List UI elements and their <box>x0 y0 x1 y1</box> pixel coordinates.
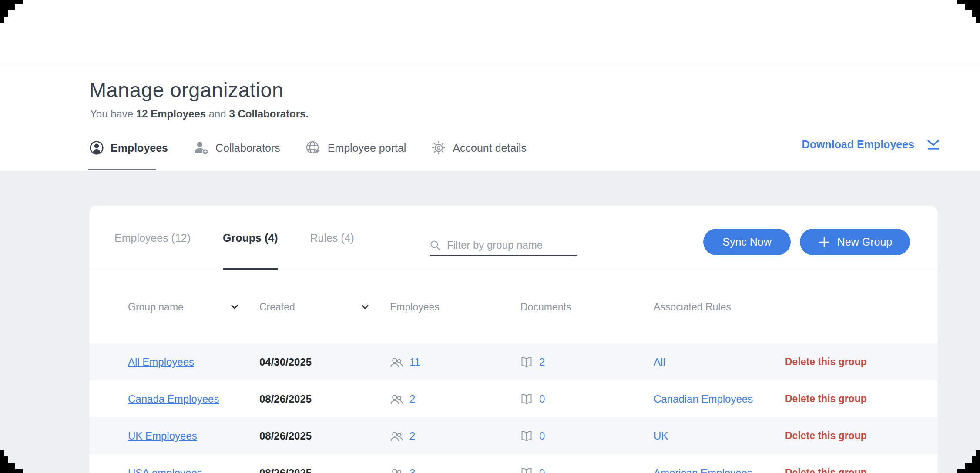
table-row: USA employees 08/26/2025 3 0 American Em… <box>89 454 938 473</box>
delete-group-button[interactable]: Delete this group <box>785 467 938 473</box>
collaborators-icon <box>193 140 209 155</box>
sync-now-label: Sync Now <box>722 236 772 248</box>
associated-rule-link[interactable]: All <box>654 356 785 368</box>
users-icon <box>390 467 403 473</box>
nav-tab-label: Employee portal <box>328 142 406 154</box>
delete-group-button[interactable]: Delete this group <box>785 430 938 442</box>
top-divider <box>0 63 980 63</box>
corner-mask-top-left <box>0 0 23 23</box>
collaborators-count: 3 Collaborators. <box>229 108 309 120</box>
globe-portal-icon <box>305 140 321 155</box>
column-group-name: Group name <box>128 301 259 313</box>
employees-cell: 2 <box>390 430 520 442</box>
subtitle-mid: and <box>209 108 226 120</box>
gear-icon <box>431 140 446 155</box>
created-cell: 04/30/2025 <box>259 356 390 368</box>
nav-tab-employee-portal[interactable]: Employee portal <box>305 140 406 155</box>
nav-tab-label: Account details <box>453 142 527 154</box>
group-name-cell: USA employees <box>128 467 259 473</box>
employee-count-link[interactable]: 2 <box>409 393 415 405</box>
group-link[interactable]: All Employees <box>128 356 194 368</box>
card-tabs: Employees (12) Groups (4) Rules (4) <box>114 206 354 270</box>
document-count-link[interactable]: 0 <box>539 430 545 442</box>
column-associated-rules: Associated Rules <box>654 301 785 313</box>
page-title: Manage organization <box>89 78 284 102</box>
group-link[interactable]: USA employees <box>128 467 202 473</box>
book-icon <box>520 430 533 442</box>
page-subtitle: You have 12 Employees and 3 Collaborator… <box>90 108 309 120</box>
nav-tab-label: Collaborators <box>215 142 280 154</box>
documents-cell: 2 <box>520 356 654 368</box>
nav-tab-label: Employees <box>111 142 168 154</box>
nav-tab-collaborators[interactable]: Collaborators <box>193 140 280 155</box>
users-icon <box>390 430 403 442</box>
delete-group-button[interactable]: Delete this group <box>785 393 938 405</box>
created-cell: 08/26/2025 <box>259 393 390 405</box>
tab-employees-list[interactable]: Employees (12) <box>114 206 191 270</box>
document-count-link[interactable]: 0 <box>539 467 545 473</box>
corner-mask-top-right <box>957 0 980 23</box>
associated-rule-link[interactable]: Canadian Employees <box>654 393 785 405</box>
column-created: Created <box>259 301 390 313</box>
group-link[interactable]: UK Employees <box>128 430 197 442</box>
group-filter <box>430 235 577 256</box>
groups-card: Employees (12) Groups (4) Rules (4) Sync… <box>89 206 938 473</box>
tab-label: Groups (4) <box>223 232 278 244</box>
column-documents: Documents <box>520 301 654 313</box>
column-employees: Employees <box>390 301 520 313</box>
associated-rule-link[interactable]: American Employees <box>654 467 785 473</box>
employees-count: 12 Employees <box>136 108 206 120</box>
card-header: Employees (12) Groups (4) Rules (4) Sync… <box>89 206 938 270</box>
table-row: UK Employees 08/26/2025 2 0 UK Delete th… <box>89 417 938 454</box>
new-group-button[interactable]: New Group <box>800 229 910 255</box>
download-employees-button[interactable]: Download Employees <box>802 138 940 151</box>
nav-tab-employees[interactable]: Employees <box>89 140 168 155</box>
employees-icon <box>89 140 104 155</box>
users-icon <box>390 356 403 368</box>
table-row: Canada Employees 08/26/2025 2 0 Canadian… <box>89 380 938 417</box>
employee-count-link[interactable]: 2 <box>409 430 415 442</box>
group-name-cell: UK Employees <box>128 430 259 442</box>
tab-label: Employees (12) <box>114 232 191 244</box>
column-label: Created <box>259 301 295 313</box>
subtitle-prefix: You have <box>90 108 133 120</box>
active-tab-underline <box>88 169 156 170</box>
employees-cell: 11 <box>390 356 520 368</box>
new-group-label: New Group <box>837 236 892 248</box>
download-label: Download Employees <box>802 138 914 151</box>
tab-groups[interactable]: Groups (4) <box>223 206 278 270</box>
book-icon <box>520 356 533 368</box>
associated-rule-link[interactable]: UK <box>654 430 785 442</box>
download-icon <box>926 139 940 150</box>
sync-now-button[interactable]: Sync Now <box>703 229 791 255</box>
column-label: Group name <box>128 301 184 313</box>
tab-label: Rules (4) <box>310 232 354 244</box>
created-cell: 08/26/2025 <box>259 467 390 473</box>
filter-by-group-name-input[interactable] <box>446 239 577 252</box>
employee-count-link[interactable]: 11 <box>409 356 420 368</box>
book-icon <box>520 393 533 405</box>
nav-tab-account-details[interactable]: Account details <box>431 140 527 155</box>
sort-chevron-icon[interactable] <box>361 304 369 310</box>
documents-cell: 0 <box>520 467 654 473</box>
document-count-link[interactable]: 2 <box>539 356 545 368</box>
tab-rules[interactable]: Rules (4) <box>310 206 354 270</box>
table-header: Group name Created Employees Documents A… <box>89 270 938 343</box>
groups-tab-underline <box>223 268 278 270</box>
group-link[interactable]: Canada Employees <box>128 393 219 405</box>
employee-count-link[interactable]: 3 <box>409 467 415 473</box>
group-name-cell: Canada Employees <box>128 393 259 405</box>
search-icon <box>430 240 441 251</box>
created-cell: 08/26/2025 <box>259 430 390 442</box>
delete-group-button[interactable]: Delete this group <box>785 356 938 368</box>
book-icon <box>520 467 533 473</box>
plus-icon <box>818 236 831 249</box>
documents-cell: 0 <box>520 430 654 442</box>
employees-cell: 2 <box>390 393 520 405</box>
employees-cell: 3 <box>390 467 520 473</box>
sort-chevron-icon[interactable] <box>231 304 238 310</box>
document-count-link[interactable]: 0 <box>539 393 545 405</box>
group-name-cell: All Employees <box>128 356 259 368</box>
org-nav-tabs: Employees Collaborators Employee por <box>89 134 527 162</box>
documents-cell: 0 <box>520 393 654 405</box>
